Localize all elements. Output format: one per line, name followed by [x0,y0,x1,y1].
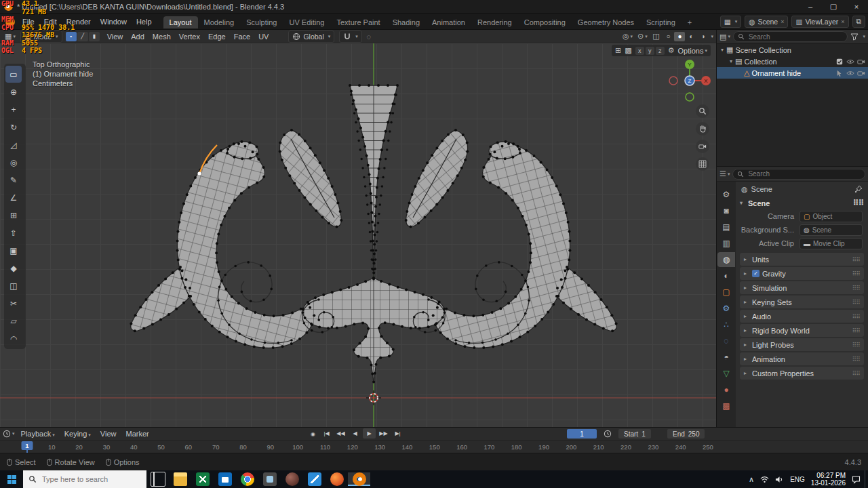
panel-animation[interactable]: ▸Animation⠿⠿ [740,352,864,365]
workspace-tab-modeling[interactable]: Modeling [198,16,241,28]
outliner-search[interactable] [733,31,848,42]
shading-wireframe[interactable]: ○ [663,32,673,41]
pin-icon[interactable] [854,185,863,193]
frame-end-field[interactable]: End 250 [667,429,705,439]
tool-scale[interactable]: ◿ [5,136,22,153]
properties-tab-scene[interactable]: ◍ [717,252,735,267]
panel-simulation[interactable]: ▸Simulation⠿⠿ [740,281,864,294]
panel-drag-dots[interactable]: ⠿⠿ [852,256,860,263]
clock-icon[interactable] [604,430,612,438]
xray-toggle-button[interactable]: ◫ [650,32,661,41]
workspace-tab-shading[interactable]: Shading [387,16,426,28]
timeline-ruler[interactable]: 1 10203040506070809010011012013014015016… [0,440,868,454]
language-label[interactable]: ENG [790,476,805,483]
properties-tab-data[interactable]: ▽ [717,366,735,381]
taskbar-app-store[interactable] [214,472,236,486]
properties-search-input[interactable] [747,169,861,178]
close-button[interactable]: × [845,0,868,13]
viewlayer-selector[interactable]: ▥ ViewLayer × [791,16,848,28]
auto-keying-button[interactable]: ◉ [307,429,319,439]
add-workspace-button[interactable]: + [682,16,698,28]
pointer-icon[interactable] [835,70,844,77]
menu-render[interactable]: Render [62,16,96,27]
menu-file[interactable]: File [18,16,39,27]
panel-drag-dots[interactable]: ⠿⠿ [852,285,860,291]
snapping-button[interactable]: ▾ [339,30,362,43]
properties-search[interactable] [732,169,865,180]
shading-solid[interactable]: ● [674,32,685,41]
maximize-button[interactable]: ▢ [822,0,845,13]
clock-datetime[interactable]: 06:27 PM 13-01-2026 [811,472,846,487]
scene-selector[interactable]: ◍ Scene × [745,16,788,28]
properties-tab-world[interactable]: ◐ [717,268,735,283]
collapse-chevron-icon[interactable]: ▸ [744,270,749,277]
tool-add-cube[interactable]: ⊞ [5,207,22,224]
timeline-menu-view[interactable]: View [96,428,121,439]
collapse-chevron-icon[interactable]: ▸ [744,285,749,291]
perspective-toggle-icon[interactable] [696,157,709,171]
panel-drag-dots[interactable]: ⠿⠿ [852,270,860,277]
panel-light-probes[interactable]: ▸Light Probes⠿⠿ [740,338,864,351]
options-dropdown[interactable]: Options ▾ [678,47,707,55]
play-button[interactable]: ▶ [363,428,376,439]
tool-annotate[interactable]: ✎ [5,171,22,188]
prev-keyframe-button[interactable]: ◀◀ [334,428,347,439]
collapse-chevron-icon[interactable]: ▸ [744,313,749,319]
scene-panel-header[interactable]: ▾ Scene ⠿⠿ [736,197,868,209]
viewport-menu-add[interactable]: Add [127,32,149,41]
gear-icon[interactable]: ⚙ [668,46,675,55]
viewport-menu-vertex[interactable]: Vertex [175,32,204,41]
taskbar-app-file-explorer[interactable] [169,472,191,486]
panel-drag-dots[interactable]: ⠿⠿ [852,327,860,334]
tool-box-select[interactable]: ▭ [5,66,22,83]
taskbar-app-blender[interactable] [348,472,370,486]
outliner-search-input[interactable] [747,33,844,41]
tool-bevel[interactable]: ◆ [5,260,22,277]
start-button[interactable] [0,470,23,488]
panel-units[interactable]: ▸Units⠿⠿ [740,253,864,266]
properties-tab-object[interactable]: ▢ [717,285,735,300]
timeline-menu-keying[interactable]: Keying▾ [60,428,96,439]
gizmo-x-negative[interactable] [669,77,677,85]
viewport-menu-uv[interactable]: UV [254,32,273,41]
gravity-checkbox[interactable]: ✓ [752,270,760,277]
collapse-chevron-icon[interactable]: ▸ [744,356,749,362]
field-value-scene[interactable]: ◍Scene [800,224,863,236]
collapse-chevron-icon[interactable]: ▸ [744,256,749,262]
viewlayer-remove-icon[interactable]: × [841,18,844,25]
tool-move[interactable]: + [5,101,22,118]
viewport-canvas[interactable]: ⊞ ▩ xyz ⚙ Options ▾ Top Orthographic(1) … [0,43,716,427]
properties-tab-texture[interactable]: ▩ [717,399,735,413]
properties-tab-constraints[interactable]: ◓ [717,350,735,365]
properties-tab-render[interactable]: ◙ [717,203,735,218]
windows-search[interactable] [23,470,146,488]
navigation-gizmo[interactable]: Y X Z [666,58,713,106]
taskbar-app-browser[interactable] [326,472,348,486]
tool-poly-build[interactable]: ▱ [5,312,22,329]
workspace-tab-layout[interactable]: Layout [163,16,198,28]
action-center-icon[interactable] [852,475,861,484]
outliner-editor-type-button[interactable]: ▤▾ [719,33,730,41]
mirror-x-toggle[interactable]: x [635,47,644,55]
panel-keying-sets[interactable]: ▸Keying Sets⠿⠿ [740,296,864,308]
show-gizmo-button[interactable]: ◎▾ [620,32,634,41]
panel-drag-dots[interactable]: ⠿⠿ [852,370,860,377]
select-mode-vertex[interactable]: • [66,32,77,41]
zoom-icon[interactable] [696,104,709,118]
panel-drag-dots[interactable]: ⠿⠿ [852,313,860,320]
collapse-chevron-icon[interactable]: ▸ [744,370,749,376]
blender-menu-icon[interactable] [5,17,15,26]
pan-hand-icon[interactable] [696,122,709,136]
current-frame-field[interactable]: 1 [567,429,597,439]
minimize-button[interactable]: – [799,0,822,13]
timeline-menu-playback[interactable]: Playback▾ [16,428,60,439]
filter-funnel-icon[interactable] [850,33,859,41]
show-overlays-button[interactable]: ⊙▾ [635,32,649,41]
panel-drag-dots[interactable]: ⠿⠿ [852,356,860,363]
camera-icon[interactable] [857,70,865,77]
taskbar-app-photos[interactable] [258,472,281,486]
checkbox-icon[interactable] [835,58,844,65]
transform-orientation[interactable]: Global ▾ [288,30,334,43]
taskbar-app-vscode[interactable] [303,472,326,486]
eye-icon[interactable] [846,58,854,65]
